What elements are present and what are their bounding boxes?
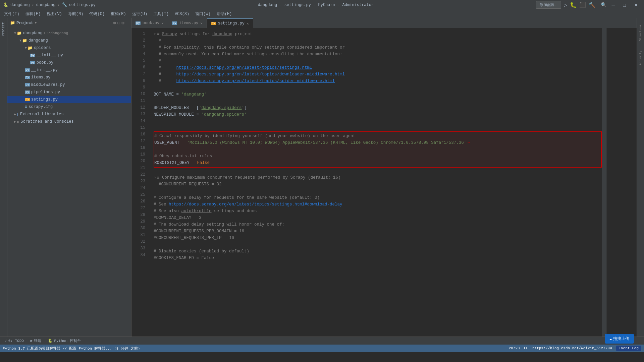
menu-item-vcs[interactable]: VCS(S) — [172, 11, 192, 17]
menu-item-help[interactable]: 帮助(H) — [214, 10, 235, 17]
items-py-icon: py — [25, 76, 30, 79]
line23-content: #CONCURRENT_REQUESTS = 32 — [154, 181, 222, 188]
status-link[interactable]: https://blog.csdn.net/weixin_5127709 — [532, 346, 612, 350]
tab-items-close-icon[interactable]: ✕ — [200, 21, 203, 25]
tree-item-scratches[interactable]: ▶ ◉ Scratches and Consoles — [7, 118, 131, 125]
run-icon[interactable]: ▷ — [564, 2, 567, 8]
tree-item-spiders-init[interactable]: py __init__.py — [7, 52, 131, 59]
collapse-icon[interactable]: ⊟ — [117, 20, 120, 26]
close-button[interactable]: ✕ — [631, 2, 641, 8]
tab-settings-close-icon[interactable]: ✕ — [247, 21, 249, 26]
build-icon[interactable]: 🔨 — [589, 2, 595, 8]
tab-book-close-icon[interactable]: ✕ — [161, 21, 164, 25]
menu-item-window[interactable]: 窗口(W) — [193, 10, 213, 17]
scratches-chevron-icon: ▶ — [14, 120, 16, 124]
line-num-21: 21 — [131, 165, 145, 172]
code-line-2: # — [154, 38, 602, 44]
line31-content: #CONCURRENT_REQUESTS_PER_IP = 16 — [154, 235, 234, 241]
menu-item-edit[interactable]: 编辑(E) — [23, 10, 44, 17]
status-encoding: LF — [524, 346, 528, 350]
status-left: Python 3.7 已配置为项目解释器 // 配置 Python 解释器...… — [3, 346, 140, 351]
panel-dropdown-icon[interactable]: ▼ — [35, 21, 37, 25]
tab-book-icon: py — [136, 21, 141, 25]
spiders-book-label: book.py — [37, 60, 53, 65]
items-label: items.py — [31, 75, 51, 80]
status-right: 20:23 LF https://blog.csdn.net/weixin_51… — [509, 346, 641, 351]
title-bar-center: dangdang - settings.py - PyCharm - Admin… — [258, 3, 374, 7]
tree-item-settings[interactable]: py settings.py — [7, 96, 131, 103]
line5-content: # — [154, 58, 161, 64]
line-num-18: 18 — [131, 145, 145, 152]
tree-root-item[interactable]: ▼ 📁 dangdang E:/dangdang — [7, 29, 131, 37]
line12-content: SPIDER_MODULES = ['dangdang.spiders'] — [154, 105, 247, 111]
tree-item-scrapy-cfg[interactable]: ≡ scrapy.cfg — [7, 103, 131, 111]
menu-item-refactor[interactable]: 重构(R) — [108, 10, 129, 17]
line-num-31: 31 — [131, 232, 145, 239]
editor-scrollbar[interactable] — [602, 28, 606, 337]
debug-icon[interactable]: 🐛 — [570, 2, 577, 8]
app-icon: 🐍 — [3, 2, 8, 7]
project-sidebar-icon[interactable]: Project — [1, 21, 6, 38]
tree-item-dangdang[interactable]: ▼ 📁 dangdang — [7, 37, 131, 44]
stop-icon[interactable]: ⬛ — [579, 2, 586, 8]
hide-panel-icon[interactable]: — — [126, 20, 128, 26]
line-num-14: 14 — [131, 118, 145, 125]
terminal-icon: ▶ — [31, 339, 33, 343]
tabs-bar: py book.py ✕ py items.py ✕ py settings.p… — [131, 18, 637, 28]
menu-item-tools[interactable]: 工具(T) — [151, 10, 171, 17]
code-line-32 — [154, 241, 602, 248]
upload-button[interactable]: ☁ 拖拽上传 — [605, 334, 634, 344]
line-num-19: 19 — [131, 152, 145, 158]
menu-item-view[interactable]: 视图(V) — [44, 10, 65, 17]
tree-item-items[interactable]: py items.py — [7, 74, 131, 81]
line-num-22: 22 — [131, 172, 145, 178]
tree-item-middlewares[interactable]: py middlewares.py — [7, 81, 131, 88]
menu-item-run[interactable]: 运行(U) — [129, 10, 150, 17]
tab-book[interactable]: py book.py ✕ — [131, 18, 168, 28]
maximize-button[interactable]: □ — [621, 2, 629, 8]
tree-item-init[interactable]: py __init__.py — [7, 66, 131, 74]
tab-items[interactable]: py items.py ✕ — [168, 18, 207, 28]
activity-tab[interactable]: Activity — [638, 49, 643, 66]
tree-item-pipelines[interactable]: py pipelines.py — [7, 88, 131, 96]
search-everywhere-icon[interactable]: 🔍 — [601, 2, 606, 8]
line-numbers: 1 2 3 4 5 6 7 8 9 10 11 12 13 14 15 16 1… — [131, 28, 148, 337]
line-num-25: 25 — [131, 192, 145, 198]
code-content[interactable]: ○ # Scrapy settings for dangdang project… — [148, 28, 602, 337]
line-num-27: 27 — [131, 205, 145, 212]
line-num-7: 7 — [131, 71, 145, 78]
menu-item-nav[interactable]: 导航(N) — [65, 10, 86, 17]
code-line-25: # Configure a delay for requests for the… — [154, 194, 602, 201]
settings-icon[interactable]: ⚙ — [121, 20, 124, 26]
code-line-33: # Disable cookies (enabled by default) — [154, 248, 602, 255]
bottom-tab-python-console[interactable]: 🐍 Python 控制台 — [46, 338, 83, 344]
fold-btn-22[interactable]: ○ — [154, 175, 156, 180]
locate-icon[interactable]: ⊕ — [113, 20, 116, 26]
code-line-23: #CONCURRENT_REQUESTS = 32 — [154, 181, 602, 188]
code-line-14 — [154, 118, 602, 125]
spiders-folder-icon: 📁 — [28, 46, 33, 51]
todo-label: 6: TODO — [8, 339, 24, 343]
bottom-tab-todo[interactable]: ✓ 6: TODO — [3, 338, 26, 344]
tab-settings[interactable]: py settings.py ✕ — [207, 18, 253, 28]
add-config-button[interactable]: 添加配置... — [536, 1, 561, 9]
fold-btn-1[interactable]: ○ — [154, 32, 156, 37]
event-log-label[interactable]: Event Log — [616, 346, 641, 351]
status-text: Python 3.7 已配置为项目解释器 // 配置 Python 解释器...… — [3, 346, 140, 351]
tree-item-external-libs[interactable]: ▶ ⫶ External Libraries — [7, 111, 131, 118]
line-num-2: 2 — [131, 38, 145, 44]
line-num-3: 3 — [131, 44, 145, 51]
spiders-chevron-icon: ▼ — [25, 46, 27, 50]
code-line-9 — [154, 84, 602, 91]
tree-item-spiders[interactable]: ▼ 📁 spiders — [7, 44, 131, 52]
menu-item-file[interactable]: 文件(F) — [1, 10, 22, 17]
minimize-button[interactable]: ─ — [609, 2, 618, 8]
menu-item-code[interactable]: 代码(C) — [87, 10, 107, 17]
tree-item-spiders-book[interactable]: py book.py — [7, 59, 131, 66]
line2-content: # — [154, 38, 161, 44]
line22-content: # Configure maximum concurrent requests … — [157, 174, 341, 181]
code-line-28: #DOWNLOAD_DELAY = 3 — [154, 215, 602, 221]
line-num-16: 16 — [131, 131, 145, 138]
bottom-tab-terminal[interactable]: ▶ 终端 — [29, 338, 44, 344]
structure-tab[interactable]: Structure — [638, 23, 643, 43]
